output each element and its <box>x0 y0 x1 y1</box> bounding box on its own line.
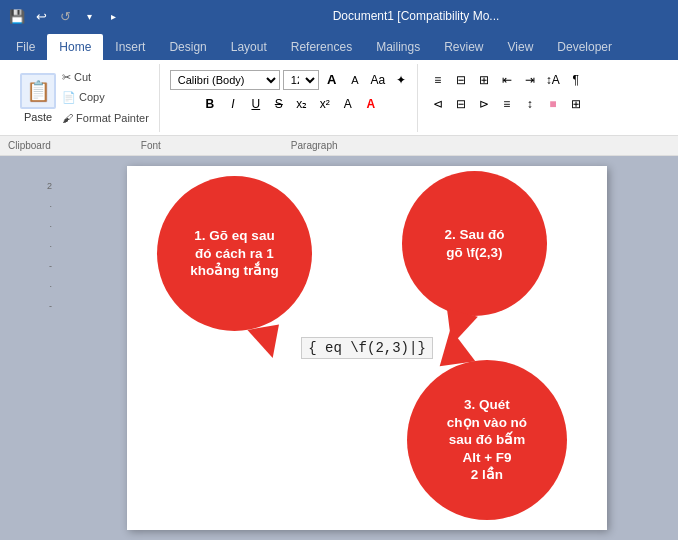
document-page: { eq \f(2,3)|} 1. Gõ eq sau đó cách ra 1… <box>127 166 607 530</box>
bubble-1: 1. Gõ eq sau đó cách ra 1 khoảng trắng <box>157 176 312 331</box>
bubble-2: 2. Sau đó gõ \f(2,3) <box>402 171 547 316</box>
decrease-font-button[interactable]: A <box>345 70 365 90</box>
numbering-button[interactable]: ⊟ <box>451 70 471 90</box>
save-icon[interactable]: 💾 <box>8 7 26 25</box>
sort-button[interactable]: ↕A <box>543 70 563 90</box>
increase-indent-button[interactable]: ⇥ <box>520 70 540 90</box>
tab-file[interactable]: File <box>4 34 47 60</box>
justify-button[interactable]: ≡ <box>497 94 517 114</box>
underline-button[interactable]: U <box>246 94 266 114</box>
ribbon-toolbar: 📋 Paste ✂ Cut 📄 Copy 🖌 Format Painter Ca… <box>0 60 678 136</box>
paragraph-section: ≡ ⊟ ⊞ ⇤ ⇥ ↕A ¶ ⊲ ⊟ ⊳ ≡ ↕ ■ ⊞ <box>422 64 592 132</box>
line-spacing-button[interactable]: ↕ <box>520 94 540 114</box>
paste-icon: 📋 <box>20 73 56 109</box>
show-formatting-button[interactable]: ¶ <box>566 70 586 90</box>
bubble-1-text: 1. Gõ eq sau đó cách ra 1 khoảng trắng <box>174 211 295 296</box>
clear-format-button[interactable]: ✦ <box>391 70 411 90</box>
text-highlight-button[interactable]: A <box>338 94 358 114</box>
ruler-mark-7: - <box>49 296 52 316</box>
border-button[interactable]: ⊞ <box>566 94 586 114</box>
paste-label: Paste <box>24 111 52 123</box>
font-name-selector[interactable]: Calibri (Body) <box>170 70 280 90</box>
font-section: Calibri (Body) 12 A A Aa ✦ B I U S x₂ x²… <box>164 64 418 132</box>
tab-view[interactable]: View <box>496 34 546 60</box>
align-center-button[interactable]: ⊟ <box>451 94 471 114</box>
tab-design[interactable]: Design <box>157 34 218 60</box>
document-area: 2 · · · - · - { eq \f(2,3)|} 1. Gõ eq sa… <box>0 156 678 540</box>
decrease-indent-button[interactable]: ⇤ <box>497 70 517 90</box>
tab-home[interactable]: Home <box>47 34 103 60</box>
multilevel-button[interactable]: ⊞ <box>474 70 494 90</box>
title-bar-left: 💾 ↩ ↺ ▾ ▸ <box>8 7 122 25</box>
clipboard-section-label: Clipboard <box>8 140 51 151</box>
left-ruler: 2 · · · - · - <box>0 156 56 540</box>
ruler-mark-5: - <box>49 256 52 276</box>
title-bar: 💾 ↩ ↺ ▾ ▸ Document1 [Compatibility Mo... <box>0 0 678 32</box>
align-right-button[interactable]: ⊳ <box>474 94 494 114</box>
undo-icon[interactable]: ↩ <box>32 7 50 25</box>
ruler-mark-2: · <box>49 196 52 216</box>
superscript-button[interactable]: x² <box>315 94 335 114</box>
cut-button[interactable]: ✂ Cut <box>62 69 149 87</box>
italic-button[interactable]: I <box>223 94 243 114</box>
clipboard-small-btns: ✂ Cut 📄 Copy 🖌 Format Painter <box>62 69 149 127</box>
paste-button[interactable]: 📋 Paste <box>14 69 62 127</box>
font-style-row: B I U S x₂ x² A A <box>200 94 381 114</box>
tab-references[interactable]: References <box>279 34 364 60</box>
ruler-mark-4: · <box>49 236 52 256</box>
tab-mailings[interactable]: Mailings <box>364 34 432 60</box>
font-color-button[interactable]: A <box>361 94 381 114</box>
font-name-row: Calibri (Body) 12 A A Aa ✦ <box>170 70 411 90</box>
ruler-mark-3: · <box>49 216 52 236</box>
tab-developer[interactable]: Developer <box>545 34 624 60</box>
bullets-button[interactable]: ≡ <box>428 70 448 90</box>
format-painter-button[interactable]: 🖌 Format Painter <box>62 109 149 127</box>
redo-icon[interactable]: ↺ <box>56 7 74 25</box>
clipboard-section: 📋 Paste ✂ Cut 📄 Copy 🖌 Format Painter <box>8 64 160 132</box>
increase-font-button[interactable]: A <box>322 70 342 90</box>
align-row: ⊲ ⊟ ⊳ ≡ ↕ ■ ⊞ <box>428 94 586 114</box>
shading-button[interactable]: ■ <box>543 94 563 114</box>
bubble-3-text: 3. Quét chọn vào nó sau đó bấm Alt + F9 … <box>431 380 543 500</box>
change-case-button[interactable]: Aa <box>368 70 388 90</box>
extra-icon[interactable]: ▸ <box>104 7 122 25</box>
bubble-2-text: 2. Sau đó gõ \f(2,3) <box>428 210 520 277</box>
section-labels-bar: Clipboard Font Paragraph <box>0 136 678 156</box>
bold-button[interactable]: B <box>200 94 220 114</box>
copy-button[interactable]: 📄 Copy <box>62 89 149 107</box>
window-title: Document1 [Compatibility Mo... <box>162 9 670 23</box>
tab-insert[interactable]: Insert <box>103 34 157 60</box>
ruler-mark-6: · <box>49 276 52 296</box>
strikethrough-button[interactable]: S <box>269 94 289 114</box>
field-code[interactable]: { eq \f(2,3)|} <box>301 337 433 359</box>
tab-layout[interactable]: Layout <box>219 34 279 60</box>
font-section-label: Font <box>141 140 161 151</box>
paragraph-section-label: Paragraph <box>291 140 338 151</box>
ribbon-tabs: File Home Insert Design Layout Reference… <box>0 32 678 60</box>
font-size-selector[interactable]: 12 <box>283 70 319 90</box>
align-left-button[interactable]: ⊲ <box>428 94 448 114</box>
list-row: ≡ ⊟ ⊞ ⇤ ⇥ ↕A ¶ <box>428 70 586 90</box>
tab-review[interactable]: Review <box>432 34 495 60</box>
subscript-button[interactable]: x₂ <box>292 94 312 114</box>
bubble-3: 3. Quét chọn vào nó sau đó bấm Alt + F9 … <box>407 360 567 520</box>
ruler-mark-1: 2 <box>47 176 52 196</box>
customize-icon[interactable]: ▾ <box>80 7 98 25</box>
